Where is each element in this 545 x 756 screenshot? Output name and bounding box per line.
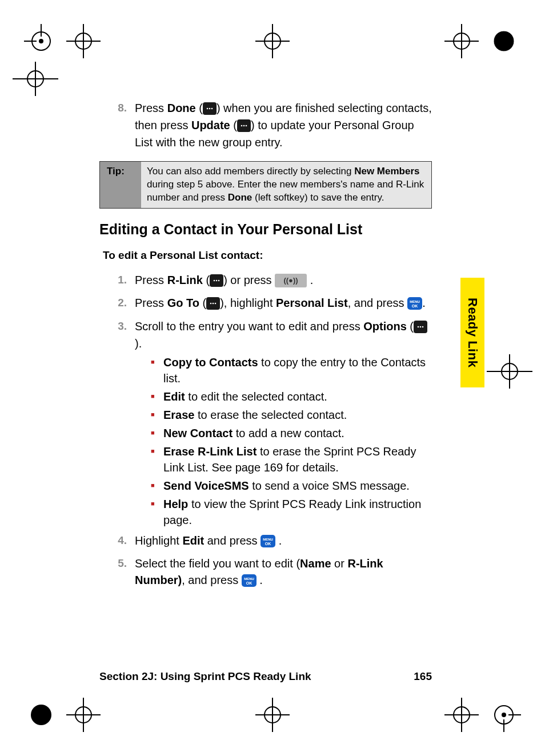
step-8: 8. Press Done () when you are finished s…: [99, 100, 432, 151]
svg-point-51: [213, 303, 214, 305]
text: Copy to Contacts: [163, 356, 258, 369]
bullet-icon: ■: [151, 354, 163, 386]
svg-point-42: [246, 125, 247, 127]
text: Edit: [163, 390, 185, 403]
svg-point-34: [502, 713, 506, 717]
footer-page-number: 165: [414, 670, 432, 683]
svg-point-44: [214, 280, 215, 282]
text: , and press: [348, 297, 408, 309]
crop-mark-icon: [255, 698, 290, 732]
text: New Contact: [163, 427, 233, 439]
crop-mark-icon: [66, 24, 101, 58]
tip-box: Tip: You can also add members directly b…: [99, 161, 432, 209]
svg-point-45: [216, 280, 218, 282]
step-number: 2.: [99, 295, 135, 312]
svg-point-58: [420, 326, 422, 327]
text: Done: [228, 192, 253, 203]
text: Press: [135, 102, 167, 114]
svg-text:((●)): ((●)): [284, 276, 298, 285]
step-number: 5.: [99, 555, 135, 589]
text: ), highlight: [220, 297, 276, 309]
text: (: [203, 274, 210, 286]
side-tab: Ready Link: [460, 278, 484, 387]
softkey-button-icon: [237, 117, 251, 133]
list-item: ■Copy to Contacts to copy the entry to t…: [151, 354, 432, 386]
menu-ok-button-icon: MENUOK: [407, 295, 422, 311]
step-4: 4. Highlight Edit and press MENUOK .: [99, 533, 432, 550]
softkey-button-icon: [203, 99, 217, 116]
side-tab-label: Ready Link: [465, 298, 480, 367]
crop-mark-icon: [444, 698, 479, 732]
softkey-button-icon: [210, 271, 223, 288]
tip-label: Tip:: [100, 162, 141, 208]
bullet-icon: ■: [151, 389, 163, 405]
crop-mark-icon: [444, 24, 479, 58]
text: Press: [135, 274, 167, 286]
step-number: 8.: [99, 100, 135, 151]
step-5: 5. Select the field you want to edit (Na…: [99, 555, 432, 589]
options-list: ■Copy to Contacts to copy the entry to t…: [151, 354, 432, 528]
text: to add a new contact.: [233, 427, 344, 439]
step-number: 4.: [99, 533, 135, 550]
list-item: ■Erase R-Link List to erase the Sprint P…: [151, 443, 432, 475]
list-item: ■New Contact to add a new contact.: [151, 425, 432, 441]
step-body: Press Done () when you are finished sele…: [135, 100, 432, 151]
crop-mark-icon: [24, 24, 58, 58]
crop-mark-icon: [487, 24, 521, 58]
text: or: [331, 557, 348, 570]
svg-point-21: [31, 705, 51, 725]
svg-text:OK: OK: [265, 542, 271, 546]
text: New Members: [354, 166, 419, 177]
step-3: 3. Scroll to the entry you want to edit …: [99, 318, 432, 530]
section-subheading: To edit a Personal List contact:: [103, 249, 432, 262]
text: to edit the selected contact.: [185, 390, 327, 403]
page-content: 8. Press Done () when you are finished s…: [99, 100, 432, 595]
svg-text:MENU: MENU: [244, 577, 254, 581]
step-body: Press R-Link () or press ((●)) .: [135, 272, 432, 289]
text: to view the Sprint PCS Ready Link instru…: [163, 498, 421, 526]
crop-mark-icon: [255, 24, 290, 58]
step-body: Scroll to the entry you want to edit and…: [135, 318, 432, 530]
text: Done: [167, 102, 196, 114]
text: Personal List: [276, 297, 348, 309]
text: ) or press: [223, 274, 275, 286]
text: .: [310, 274, 314, 286]
text: Highlight: [135, 534, 182, 547]
section-heading: Editing a Contact in Your Personal List: [99, 221, 432, 238]
svg-point-38: [211, 108, 213, 110]
step-body: Highlight Edit and press MENUOK .: [135, 533, 432, 550]
tip-body: You can also add members directly by sel…: [141, 162, 431, 208]
crop-mark-icon: [487, 354, 532, 389]
text: and press: [204, 534, 261, 547]
text: .: [259, 574, 263, 586]
list-item: ■Send VoiceSMS to send a voice SMS messa…: [151, 478, 432, 494]
text: .: [422, 297, 426, 309]
text: Help: [163, 498, 188, 510]
text: Scroll to the entry you want to edit and…: [135, 320, 363, 333]
text: Edit: [182, 534, 204, 547]
softkey-button-icon: [414, 318, 427, 334]
text: , and press: [182, 574, 242, 586]
bullet-icon: ■: [151, 478, 163, 494]
crop-mark-icon: [13, 62, 58, 96]
text: R-Link: [167, 274, 203, 286]
svg-point-50: [210, 303, 212, 305]
text: to send a voice SMS message.: [249, 479, 410, 492]
list-item: ■Erase to erase the selected contact.: [151, 407, 432, 423]
svg-point-40: [241, 125, 243, 127]
menu-ok-button-icon: MENUOK: [242, 571, 257, 588]
svg-point-41: [243, 125, 245, 127]
svg-point-52: [215, 303, 217, 305]
crop-mark-icon: [487, 698, 521, 732]
svg-point-59: [422, 326, 424, 327]
svg-point-37: [209, 108, 211, 110]
crop-mark-icon: [24, 698, 58, 732]
svg-point-36: [207, 108, 209, 110]
softkey-button-icon: [206, 295, 220, 311]
step-1: 1. Press R-Link () or press ((●)) .: [99, 272, 432, 289]
svg-text:MENU: MENU: [410, 300, 420, 303]
bullet-icon: ■: [151, 425, 163, 441]
svg-text:OK: OK: [246, 581, 253, 585]
footer-section: Section 2J: Using Sprint PCS Ready Link: [99, 670, 311, 683]
text: Press: [135, 297, 167, 309]
